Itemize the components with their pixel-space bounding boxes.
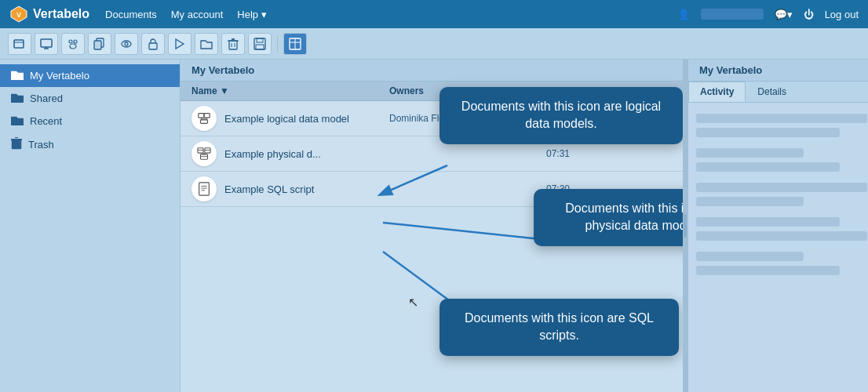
col-modified-header: Last modified [546,85,672,96]
right-panel: My Vertabelo Activity Details [687,60,868,392]
toolbar-folder[interactable] [195,33,218,55]
activity-placeholder [696,231,867,241]
svg-rect-22 [257,38,263,42]
toolbar-save[interactable] [248,33,272,55]
table-row[interactable]: Example logical data model Dominika Flor… [181,101,683,136]
svg-rect-16 [229,41,237,49]
trash-icon [11,137,22,152]
svg-rect-2 [14,40,24,48]
nav-help[interactable]: Help ▾ [237,9,266,20]
toolbar-eye[interactable] [115,33,138,55]
logout-icon: ⏻ [804,9,814,20]
svg-rect-30 [199,114,204,118]
nav-account[interactable]: My account [171,9,223,20]
svg-marker-15 [176,39,184,49]
table-header: Name ▼ Owners Last modified [181,82,683,101]
row-name-logical: Example logical data model [224,113,389,125]
svg-rect-27 [12,140,21,149]
activity-placeholder [696,252,804,261]
cursor-indicator: ↖ [408,295,418,310]
sidebar: My Vertabelo Shared Recent [0,60,181,392]
table-row[interactable]: Example SQL script 07:30 [181,172,683,207]
svg-rect-14 [149,43,157,49]
svg-rect-4 [41,39,52,47]
nav-documents[interactable]: Documents [105,9,157,20]
svg-line-51 [383,252,479,322]
content-area: My Vertabelo Name ▼ Owners Last modified… [181,60,683,392]
row-modified-sql: 07:30 [546,183,672,194]
toolbar-monitor[interactable] [35,33,58,55]
sidebar-label-recent: Recent [30,115,62,127]
svg-rect-31 [204,114,210,118]
svg-rect-38 [205,148,210,153]
toolbar-lock[interactable] [141,33,165,55]
col-name-header[interactable]: Name ▼ [191,85,389,96]
sidebar-item-shared[interactable]: Shared [0,87,180,110]
sidebar-label-my-vertabelo: My Vertabelo [30,70,89,82]
sidebar-item-recent[interactable]: Recent [0,110,180,132]
svg-rect-11 [94,41,101,49]
navbar-links: Documents My account Help ▾ [105,9,662,20]
activity-placeholder [696,114,867,123]
row-modified-physical: 07:31 [546,148,672,159]
toolbar-trash[interactable] [221,33,245,55]
svg-rect-45 [199,183,210,195]
toolbar-new-window[interactable] [8,33,31,55]
activity-placeholder [696,128,840,137]
activity-placeholder [696,162,840,172]
toolbar [0,28,868,60]
folder-icon-recent [11,114,24,128]
activity-placeholder [696,266,840,275]
navbar: V Vertabelo Documents My account Help ▾ … [0,0,868,28]
table-row[interactable]: Example physical d... 07:31 [181,136,683,172]
user-name-placeholder [701,9,764,20]
activity-placeholder [696,183,867,192]
logout-button[interactable]: Log out [825,9,859,20]
folder-icon-shared [11,92,24,105]
folder-icon [11,69,24,82]
toolbar-copy[interactable] [88,33,111,55]
sql-icon [191,176,217,201]
activity-placeholder [696,197,804,206]
svg-rect-23 [256,45,264,49]
svg-point-13 [125,42,128,45]
sidebar-item-trash[interactable]: Trash [0,132,180,157]
svg-rect-32 [201,120,208,124]
right-panel-tabs: Activity Details [688,82,868,103]
content-header: My Vertabelo [181,60,683,82]
toolbar-play[interactable] [168,33,191,55]
main-layout: My Vertabelo Shared Recent [0,60,868,392]
row-name-sql: Example SQL script [224,183,389,195]
notifications-button[interactable]: 💬▾ [775,9,793,20]
svg-point-9 [70,44,76,49]
col-owners-header: Owners [389,85,546,96]
physical-icon [191,141,217,166]
tab-details[interactable]: Details [746,82,798,102]
svg-point-12 [122,41,131,47]
svg-rect-36 [198,148,203,153]
svg-point-7 [69,40,72,43]
right-panel-header: My Vertabelo [688,60,868,82]
row-owners-logical: Dominika Florczykowska [389,113,546,124]
svg-point-8 [74,40,77,43]
tooltip-sql-text: Documents with this icon are SQL scripts… [465,311,654,342]
tooltip-sql: Documents with this icon are SQL scripts… [439,299,679,356]
sidebar-label-shared: Shared [30,93,63,104]
toolbar-sep [277,35,278,53]
svg-line-50 [383,223,548,240]
resize-handle[interactable] [683,60,687,392]
logical-icon [191,106,217,131]
brand: V Vertabelo [9,5,89,24]
tab-activity[interactable]: Activity [688,82,746,102]
brand-name: Vertabelo [33,7,89,21]
activity-content [688,103,868,286]
navbar-right: 👤 💬▾ ⏻ Log out [677,9,859,20]
toolbar-table[interactable] [283,33,307,55]
activity-placeholder [696,148,804,158]
row-modified-logical: 2021-05-16 07:31 [546,113,672,124]
sidebar-item-my-vertabelo[interactable]: My Vertabelo [0,64,180,87]
row-name-physical: Example physical d... [224,148,389,160]
svg-text:V: V [16,11,21,19]
user-icon[interactable]: 👤 [677,9,690,20]
toolbar-paw[interactable] [61,33,85,55]
